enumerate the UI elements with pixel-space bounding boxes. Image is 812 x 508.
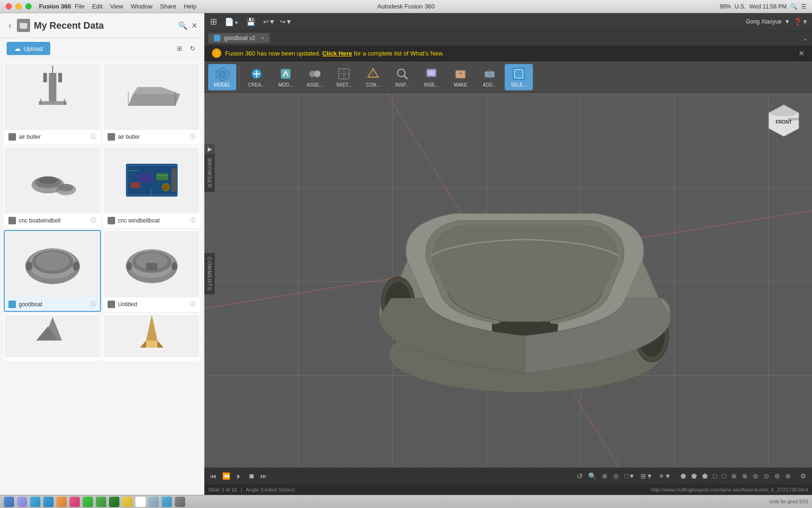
tab-expand-button[interactable]: ⌄ bbox=[803, 34, 808, 42]
menu-file[interactable]: File bbox=[75, 3, 85, 10]
file-menu-button[interactable]: 📄▼ bbox=[223, 16, 241, 28]
menu-window[interactable]: Window bbox=[131, 3, 152, 10]
play-button[interactable]: ⏵ bbox=[234, 470, 244, 482]
menu-share[interactable]: Share bbox=[160, 3, 176, 10]
ribbon-make-button[interactable]: MAKE bbox=[446, 64, 475, 90]
grid-view-toggle[interactable]: ⊞ bbox=[208, 15, 219, 29]
dock-systemprefs[interactable] bbox=[175, 497, 185, 507]
dock-appstore[interactable] bbox=[162, 497, 172, 507]
minimize-dot[interactable] bbox=[16, 3, 22, 9]
dock-messages[interactable] bbox=[83, 497, 93, 507]
orbit-button[interactable]: ↺ bbox=[575, 470, 585, 483]
close-dot[interactable] bbox=[6, 3, 12, 9]
file-card-untitled[interactable]: Untitled ⓘ bbox=[103, 230, 200, 312]
dock-safari[interactable] bbox=[30, 497, 40, 507]
ribbon-insert-button[interactable]: INSE... bbox=[417, 64, 445, 90]
play-end-button[interactable]: ⏭ bbox=[258, 470, 269, 482]
ribbon-construct-button[interactable]: CON... bbox=[359, 64, 387, 90]
settings-button[interactable]: ⚙ bbox=[798, 470, 808, 482]
ribbon-select-button[interactable]: SELE... bbox=[505, 64, 533, 90]
file-card-partial-1[interactable] bbox=[4, 314, 101, 361]
file-card-air-butler-1[interactable]: air butler ⓘ bbox=[4, 63, 101, 144]
menu-view[interactable]: View bbox=[110, 3, 123, 10]
grid-button[interactable]: ⊞▼ bbox=[639, 470, 655, 482]
dock-photos[interactable] bbox=[56, 497, 67, 507]
anim-btn-3[interactable]: ⬟ bbox=[700, 470, 710, 482]
grid-view-button[interactable]: ⊞ bbox=[175, 43, 184, 54]
ribbon-modify-button[interactable]: MOD... bbox=[272, 64, 300, 90]
dock-mail[interactable] bbox=[43, 497, 54, 507]
dock-finder[interactable] bbox=[4, 497, 14, 507]
help-button[interactable]: ❓▼ bbox=[794, 18, 808, 25]
play-prev-button[interactable]: ⏪ bbox=[220, 470, 232, 482]
dock-maps[interactable] bbox=[96, 497, 106, 507]
dock-facetime[interactable] bbox=[109, 497, 119, 507]
upload-button[interactable]: ☁ Upload bbox=[7, 42, 50, 55]
file-info-button-1[interactable]: ⓘ bbox=[91, 133, 96, 141]
file-info-button-6[interactable]: ⓘ bbox=[190, 300, 195, 308]
anim-btn-2[interactable]: ⬟ bbox=[689, 470, 699, 482]
anim-btn-6[interactable]: ⊕ bbox=[729, 470, 739, 482]
user-area[interactable]: Gong Xiaoyue ▼ bbox=[746, 18, 790, 25]
view-cube[interactable]: FRONT RIGHT bbox=[765, 103, 803, 140]
notification-close-button[interactable]: ✕ bbox=[798, 49, 804, 58]
zoom-out-button[interactable]: ⊖ bbox=[611, 470, 621, 482]
play-stop-button[interactable]: ⏹ bbox=[246, 470, 257, 482]
dock-music[interactable] bbox=[70, 497, 80, 507]
sidebar-back-button[interactable]: ‹ bbox=[7, 20, 13, 32]
active-tab[interactable]: goodboat v2 × bbox=[208, 33, 270, 43]
anim-btn-7[interactable]: ⊗ bbox=[740, 470, 750, 482]
anim-btn-11[interactable]: ⊛ bbox=[783, 470, 793, 482]
undo-button[interactable]: ↩▼ bbox=[261, 16, 277, 27]
comments-panel-tab[interactable]: COMMENTS bbox=[204, 253, 215, 294]
file-card-air-butler-2[interactable]: air butler ⓘ bbox=[103, 63, 200, 144]
sidebar-close-button[interactable]: ✕ bbox=[191, 21, 197, 30]
file-card-cnc-windbellboat[interactable]: cnc windbellboat ⓘ bbox=[103, 146, 200, 228]
search-icon[interactable]: 🔍 bbox=[790, 3, 797, 10]
dock-launchpad[interactable] bbox=[17, 497, 27, 507]
tab-label: goodboat v2 bbox=[224, 35, 255, 41]
browser-toggle-button[interactable]: ▶ bbox=[204, 144, 215, 154]
file-card-goodboat[interactable]: goodboat ⓘ bbox=[4, 230, 101, 312]
file-info-button-4[interactable]: ⓘ bbox=[190, 216, 195, 224]
visual-style-button[interactable]: □▼ bbox=[623, 470, 637, 482]
tab-close-button[interactable]: × bbox=[261, 35, 264, 41]
file-info-button-2[interactable]: ⓘ bbox=[190, 133, 195, 141]
notification-link[interactable]: Click Here bbox=[322, 50, 352, 57]
anim-btn-10[interactable]: ⊚ bbox=[773, 470, 782, 482]
ribbon-create-button[interactable]: CREA... bbox=[242, 64, 271, 90]
menu-edit[interactable]: Edit bbox=[92, 3, 102, 10]
file-info-button-5[interactable]: ⓘ bbox=[91, 300, 96, 308]
anim-btn-5[interactable]: □ bbox=[720, 470, 728, 482]
viewport[interactable]: FRONT RIGHT BROWSER ▶ COMMENTS ⏮ ⏪ ⏵ ⏹ ⏭ bbox=[204, 93, 812, 484]
dock-notes[interactable] bbox=[122, 497, 133, 507]
browser-panel-tab[interactable]: BROWSER bbox=[204, 154, 215, 192]
anim-btn-1[interactable]: ⬟ bbox=[679, 470, 688, 482]
menu-icon[interactable]: ☰ bbox=[801, 3, 806, 10]
ribbon-assemble-button[interactable]: ASSE... bbox=[301, 64, 329, 90]
refresh-button[interactable]: ↻ bbox=[188, 43, 197, 54]
file-thumb bbox=[104, 147, 199, 213]
anim-btn-4[interactable]: □ bbox=[711, 470, 718, 482]
zoom-in-button[interactable]: ⊕ bbox=[600, 470, 609, 482]
file-card-cnc-boatwindbell[interactable]: cnc boatwindbell ⓘ bbox=[4, 146, 101, 228]
file-info-button-3[interactable]: ⓘ bbox=[91, 216, 96, 224]
anim-btn-8[interactable]: ⊘ bbox=[751, 470, 760, 482]
maximize-dot[interactable] bbox=[25, 3, 31, 9]
menu-help[interactable]: Help bbox=[184, 3, 196, 10]
file-card-partial-2[interactable] bbox=[103, 314, 200, 361]
save-button[interactable]: 💾 bbox=[244, 16, 258, 28]
play-start-button[interactable]: ⏮ bbox=[208, 470, 219, 482]
redo-button[interactable]: ↪▼ bbox=[278, 16, 294, 27]
ribbon-model-button[interactable]: MODEL bbox=[208, 64, 236, 90]
sidebar-search-button[interactable]: 🔍 bbox=[178, 21, 187, 30]
dock-calendar[interactable] bbox=[135, 497, 146, 507]
zoom-button[interactable]: 🔍 bbox=[586, 470, 598, 482]
ribbon-add-button[interactable]: ADD... bbox=[476, 64, 504, 90]
dock-contacts[interactable] bbox=[148, 497, 159, 507]
anim-btn-9[interactable]: ⊙ bbox=[762, 470, 771, 482]
env-button[interactable]: ☀▼ bbox=[656, 470, 673, 482]
ribbon-sketch-button[interactable]: SKET... bbox=[330, 64, 358, 90]
ribbon-inspect-button[interactable]: INSP... bbox=[388, 64, 416, 90]
file-name: cnc boatwindbell bbox=[19, 217, 61, 224]
